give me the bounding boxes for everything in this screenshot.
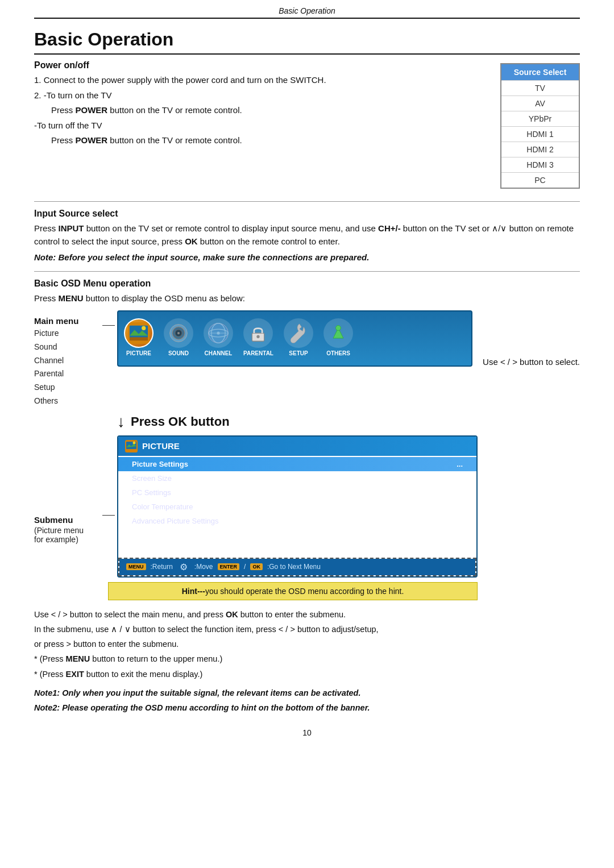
submenu-title-bar: PICTURE	[118, 437, 476, 456]
source-item-hdmi3: HDMI 3	[501, 157, 579, 172]
input-section-title: Input Source select	[34, 209, 580, 219]
menu-item-picture: Picture	[34, 327, 97, 340]
submenu-row-3: Color Temperature Normal	[118, 500, 476, 514]
osd-icon-setup-label: SETUP	[289, 350, 308, 356]
osd-intro: Press MENU button to display the OSD men…	[34, 292, 580, 305]
main-menu-items: Picture Sound Channel Parental Setup Oth…	[34, 327, 97, 408]
hint-banner-bold: Hint---	[182, 587, 205, 596]
source-item-av: AV	[501, 95, 579, 111]
power-section-title: Power on/off	[34, 60, 580, 70]
svg-point-15	[257, 335, 260, 338]
submenu-title-icon	[125, 440, 138, 452]
submenu-title-label: Submenu	[34, 515, 97, 525]
menu-item-channel: Channel	[34, 354, 97, 368]
bottom-line3: or press > button to enter the submenu.	[34, 638, 580, 651]
osd-icon-sound: SOUND	[164, 318, 193, 356]
main-menu-label-area: Main menu Picture Sound Channel Parental…	[34, 310, 102, 408]
svg-point-17	[335, 326, 341, 331]
page-header: Basic Operation	[34, 0, 580, 19]
osd-icon-parental: PARENTAL	[243, 318, 273, 356]
divider-2	[34, 271, 580, 272]
bottom-notes: Use < / > button to select the main menu…	[34, 608, 580, 715]
source-item-hdmi2: HDMI 2	[501, 142, 579, 157]
svg-point-8	[177, 332, 180, 334]
osd-hint-row: MENU :Return ⚙ :Move ENTER / OK :Go to N…	[119, 559, 475, 575]
osd-icon-sound-label: SOUND	[168, 350, 189, 356]
bottom-line1: Use < / > button to select the main menu…	[34, 608, 580, 621]
submenu-osd-panel: PICTURE Picture Settings ... Screen Size…	[117, 435, 478, 578]
osd-icon-others: OTHERS	[323, 318, 353, 356]
submenu-row-0: Picture Settings ...	[118, 457, 476, 471]
header-title: Basic Operation	[279, 6, 335, 15]
menu-item-others: Others	[34, 394, 97, 408]
osd-combined-panel: PICTURE Picture Settings ... Screen Size…	[117, 435, 478, 578]
use-button-label: Use < / > button to select.	[483, 357, 580, 367]
submenu-label-area: Submenu (Picture menufor example)	[34, 435, 102, 544]
submenu-rows: Picture Settings ... Screen Size Wide PC…	[118, 456, 476, 558]
osd-icon-picture-label: PICTURE	[126, 350, 151, 356]
bottom-note1: Note1: Only when you input the suitable …	[34, 687, 580, 700]
osd-section-title: Basic OSD Menu operation	[34, 279, 580, 289]
submenu-title-text: PICTURE	[142, 441, 180, 451]
bottom-line2: In the submenu, use ∧ / ∨ button to sele…	[34, 623, 580, 636]
hint-banner: Hint---you should operate the OSD menu a…	[108, 582, 478, 600]
hint-move-icon: ⚙	[180, 562, 188, 572]
osd-screen: PICTURE SOUND	[117, 310, 472, 367]
osd-icon-parental-label: PARENTAL	[243, 350, 273, 356]
submenu-row-4: Advanced Picture Settings	[118, 514, 476, 528]
source-item-hdmi1: HDMI 1	[501, 126, 579, 142]
submenu-row-2: PC Settings	[118, 485, 476, 500]
svg-rect-4	[130, 337, 148, 340]
power-step1: 1. Connect to the power supply with the …	[34, 74, 580, 87]
svg-point-21	[133, 441, 136, 444]
osd-icons-row: PICTURE SOUND	[124, 316, 466, 360]
osd-icon-channel-label: CHANNEL	[205, 350, 233, 356]
power-step2: 2. -To turn on the TV	[34, 89, 580, 102]
osd-icon-channel: CHANNEL	[204, 318, 233, 356]
hint-bar-wrapper: MENU :Return ⚙ :Move ENTER / OK :Go to N…	[118, 558, 476, 576]
page-number: 10	[34, 728, 580, 737]
power-step3: -To turn off the TV	[34, 119, 580, 132]
divider-1	[34, 201, 580, 202]
source-item-pc: PC	[501, 172, 579, 188]
source-select-header: Source Select	[501, 64, 579, 80]
hint-ok-icon: OK	[250, 563, 263, 570]
bottom-note2: Note2: Please operating the OSD menu acc…	[34, 701, 580, 715]
main-menu-title: Main menu	[34, 316, 97, 326]
press-ok-text: Press OK button	[131, 414, 230, 429]
menu-item-sound: Sound	[34, 340, 97, 354]
osd-icon-others-label: OTHERS	[326, 350, 350, 356]
menu-item-setup: Setup	[34, 381, 97, 394]
hint-banner-text: you should operate the OSD menu accordin…	[205, 587, 404, 596]
osd-icon-setup: SETUP	[284, 318, 313, 356]
page-title: Basic Operation	[34, 29, 580, 55]
submenu-row-1: Screen Size Wide	[118, 471, 476, 485]
input-section-para: Press INPUT button on the TV set or remo…	[34, 222, 580, 248]
source-item-ypbpr: YPbPr	[501, 111, 579, 126]
osd-top-menu: PICTURE SOUND	[117, 310, 472, 367]
menu-item-parental: Parental	[34, 367, 97, 381]
input-section-note: Note: Before you select the input source…	[34, 251, 580, 264]
svg-point-3	[142, 326, 146, 330]
hint-menu-icon: MENU	[126, 563, 146, 570]
osd-icon-picture: PICTURE	[124, 318, 154, 356]
bottom-bullet2: * (Press EXIT button to exit the menu di…	[34, 668, 580, 681]
source-select-panel: Source Select TV AV YPbPr HDMI 1 HDMI 2 …	[500, 63, 580, 189]
source-item-tv: TV	[501, 80, 579, 95]
press-ok-row: ↓ Press OK button	[117, 413, 230, 431]
submenu-desc: (Picture menufor example)	[34, 526, 97, 544]
down-arrow-icon: ↓	[117, 413, 125, 431]
hint-enter-icon: ENTER	[218, 563, 240, 570]
bottom-bullet1: * (Press MENU button to return to the up…	[34, 653, 580, 666]
